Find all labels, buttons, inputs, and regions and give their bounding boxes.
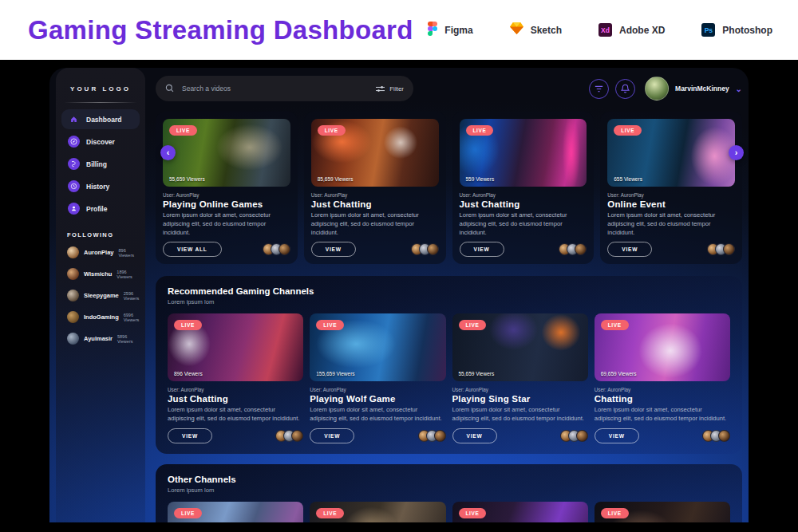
live-badge: LIVE <box>316 508 344 518</box>
profile-icon <box>68 203 80 215</box>
view-button[interactable]: VIEW <box>168 428 212 443</box>
stream-user: User: AuronPlay <box>163 192 290 198</box>
viewer-avatars <box>559 243 587 255</box>
search-input[interactable] <box>180 84 369 93</box>
viewer-count: 559 Viewers <box>466 176 495 182</box>
stream-card[interactable]: LIVE <box>452 502 588 522</box>
stream-card[interactable]: LIVE 896 Viewers User: AuronPlay Just Ch… <box>168 313 303 443</box>
user-avatar[interactable] <box>645 77 669 100</box>
stream-description: Lorem ipsum dolor sit amet, consectetur … <box>595 406 730 424</box>
tool-photoshop: Ps Photoshop <box>701 23 772 37</box>
following-item[interactable]: Wismichu 1896 Viewers <box>56 263 145 285</box>
avatar <box>67 246 79 258</box>
stream-card[interactable]: LIVE 155,659 Viewers User: AuronPlay Pla… <box>310 313 445 443</box>
following-header: FOLLOWING <box>67 231 145 238</box>
view-all-button[interactable]: VIEW ALL <box>163 242 222 257</box>
stream-thumbnail[interactable]: LIVE 55,659 Viewers <box>452 313 588 381</box>
page-title: Gaming Streaming Dashboard <box>28 15 428 45</box>
sidebar-item-dashboard[interactable]: Dashboard <box>61 109 140 129</box>
stream-title: Just Chatting <box>168 394 303 404</box>
stream-thumbnail[interactable]: LIVE 85,659 Viewers <box>311 119 439 187</box>
viewer-avatars <box>707 243 735 255</box>
stream-card[interactable]: LIVE 55,659 Viewers User: AuronPlay Play… <box>452 313 588 443</box>
live-badge: LIVE <box>466 125 494 136</box>
search-filter-button[interactable]: Filter <box>376 85 404 93</box>
stream-user: User: AuronPlay <box>168 387 303 392</box>
notifications-button[interactable] <box>615 79 635 99</box>
stream-description: Lorem ipsum dolor sit amet, consectetur … <box>607 211 735 237</box>
compass-icon <box>68 136 80 148</box>
avatar <box>67 268 79 280</box>
stream-thumbnail[interactable]: LIVE 55,659 Viewers <box>163 119 290 187</box>
stream-thumbnail[interactable]: LIVE 155,659 Viewers <box>310 313 445 381</box>
stream-description: Lorem ipsum dolor sit amet, consectetur … <box>310 406 445 424</box>
section-subtitle: Lorem ipsum lom <box>168 487 730 494</box>
sidebar: YOUR LOGO Dashboard Discover Billing His… <box>56 68 145 522</box>
stream-user: User: AuronPlay <box>595 387 730 392</box>
figma-icon <box>428 22 437 39</box>
stream-title: Online Event <box>607 199 735 209</box>
avatar <box>67 290 79 301</box>
live-badge: LIVE <box>174 320 202 330</box>
sidebar-item-billing[interactable]: Billing <box>61 154 140 174</box>
view-button[interactable]: VIEW <box>452 428 497 443</box>
view-button[interactable]: VIEW <box>595 428 639 443</box>
carousel-prev-button[interactable]: ‹ <box>160 145 176 160</box>
stream-thumbnail[interactable]: LIVE <box>168 502 303 522</box>
stream-title: Playing Online Games <box>163 199 290 209</box>
stream-thumbnail[interactable]: LIVE 655 Viewers <box>607 119 735 187</box>
search-bar[interactable]: Filter <box>156 76 413 101</box>
view-button[interactable]: VIEW <box>460 242 504 257</box>
avatar <box>67 333 79 345</box>
following-item[interactable]: Ayulmasir 5896 Viewers <box>56 328 145 349</box>
following-item[interactable]: Sleepygame 2596 Viewers <box>56 285 145 306</box>
stream-user: User: AuronPlay <box>311 192 439 198</box>
stream-thumbnail[interactable]: LIVE 69,659 Viewers <box>595 313 730 381</box>
stream-card[interactable]: LIVE 55,659 Viewers User: AuronPlay Play… <box>156 112 298 264</box>
bell-icon <box>621 84 630 93</box>
stream-card[interactable]: LIVE 69,659 Viewers User: AuronPlay Chat… <box>595 313 730 443</box>
design-tool-list: Figma Sketch Xd Adobe XD Ps Photoshop <box>428 22 772 39</box>
tool-figma: Figma <box>428 22 472 39</box>
stream-title: Chatting <box>595 394 730 404</box>
stream-user: User: AuronPlay <box>607 192 735 198</box>
tool-label: Photoshop <box>722 25 772 36</box>
stream-card[interactable]: LIVE <box>310 502 445 522</box>
sidebar-item-discover[interactable]: Discover <box>61 132 140 152</box>
stream-thumbnail[interactable]: LIVE 896 Viewers <box>168 313 303 381</box>
history-icon <box>68 180 80 192</box>
view-button[interactable]: VIEW <box>311 242 356 257</box>
stream-card[interactable]: LIVE 655 Viewers User: AuronPlay Online … <box>600 112 742 264</box>
tool-label: Figma <box>444 25 472 36</box>
stream-thumbnail[interactable]: LIVE 559 Viewers <box>460 119 587 187</box>
carousel-next-button[interactable]: › <box>729 145 744 160</box>
live-badge: LIVE <box>614 125 642 136</box>
adobe-xd-icon: Xd <box>598 23 612 37</box>
stream-card[interactable]: LIVE 559 Viewers User: AuronPlay Just Ch… <box>452 112 595 264</box>
tool-adobe-xd: Xd Adobe XD <box>598 23 665 37</box>
viewer-count: 69,659 Viewers <box>601 371 637 376</box>
stream-card[interactable]: LIVE <box>595 502 730 522</box>
sidebar-item-profile[interactable]: Profile <box>61 199 140 219</box>
stream-card[interactable]: LIVE <box>168 502 303 522</box>
stream-thumbnail[interactable]: LIVE <box>452 502 588 522</box>
viewer-count: 85,659 Viewers <box>318 176 354 182</box>
view-button[interactable]: VIEW <box>607 242 652 257</box>
following-item[interactable]: AuronPlay 896 Viewers <box>56 242 145 263</box>
filter-button[interactable] <box>589 79 609 99</box>
stream-thumbnail[interactable]: LIVE <box>595 502 730 522</box>
viewer-avatars <box>263 243 290 255</box>
view-button[interactable]: VIEW <box>310 428 354 443</box>
user-name: MarvinMcKinney <box>675 85 729 93</box>
chevron-down-icon[interactable]: ⌄ <box>736 85 742 93</box>
sidebar-item-history[interactable]: History <box>61 176 140 196</box>
home-icon <box>68 113 80 125</box>
live-badge: LIVE <box>459 508 487 518</box>
stream-thumbnail[interactable]: LIVE <box>310 502 445 522</box>
main-content: Filter MarvinMcKinney ⌄ ‹ › LIVE 55,659 … <box>156 68 742 522</box>
viewer-count: 155,659 Viewers <box>316 371 354 376</box>
featured-carousel: ‹ › LIVE 55,659 Viewers User: AuronPlay … <box>156 112 742 264</box>
live-badge: LIVE <box>318 125 346 136</box>
stream-card[interactable]: LIVE 85,659 Viewers User: AuronPlay Just… <box>304 112 446 264</box>
following-item[interactable]: IndoGaming 6996 Viewers <box>56 306 145 328</box>
